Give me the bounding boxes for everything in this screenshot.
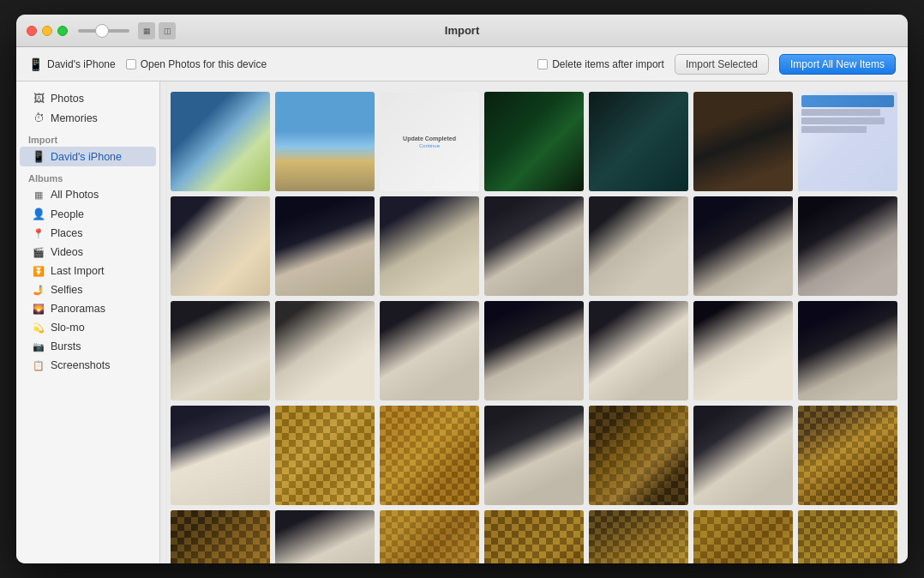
photo-item[interactable] — [171, 406, 270, 505]
minimize-button[interactable] — [42, 26, 52, 36]
sidebar-item-people[interactable]: 👤 People — [20, 204, 156, 224]
photo-grid-container[interactable]: Update Completed Continue — [160, 81, 908, 563]
photo-item[interactable] — [693, 406, 793, 505]
sidebar-item-memories[interactable]: ⏱ Memories — [20, 108, 156, 128]
main-content: 🖼 Photos ⏱ Memories Import 📱 David's iPh… — [16, 81, 908, 563]
slider-track[interactable] — [78, 29, 129, 33]
delete-checkbox[interactable] — [537, 59, 548, 69]
sidebar-item-photos-label: Photos — [51, 93, 84, 105]
photo-item[interactable] — [484, 92, 584, 191]
sidebar-item-bursts-label: Bursts — [51, 340, 81, 352]
delete-text: Delete items after import — [552, 58, 664, 70]
sidebar-item-selfies-label: Selfies — [51, 284, 83, 296]
delete-option[interactable]: Delete items after import — [537, 58, 664, 70]
device-name: David's iPhone — [47, 58, 116, 70]
photo-item[interactable] — [275, 406, 375, 505]
import-section-label: Import — [16, 128, 159, 147]
open-photos-text: Open Photos for this device — [141, 58, 267, 70]
photo-item[interactable] — [484, 510, 584, 563]
sidebar-item-panoramas-label: Panoramas — [51, 303, 105, 315]
sidebar-item-slo-mo[interactable]: 💫 Slo-mo — [20, 318, 156, 337]
panoramas-icon: 🌄 — [32, 304, 45, 315]
photo-grid: Update Completed Continue — [171, 92, 897, 563]
device-icon: 📱 — [28, 57, 43, 71]
photo-item[interactable] — [275, 510, 375, 563]
photos-icon: 🖼 — [32, 92, 45, 105]
traffic-lights — [27, 26, 68, 36]
videos-icon: 🎬 — [32, 247, 45, 258]
sidebar-item-davids-iphone[interactable]: 📱 David's iPhone — [20, 147, 156, 166]
photo-item[interactable] — [798, 510, 897, 563]
photo-item[interactable] — [798, 92, 897, 191]
photo-item[interactable] — [171, 301, 270, 400]
memories-icon: ⏱ — [32, 111, 45, 124]
slo-mo-icon: 💫 — [32, 322, 45, 334]
photo-item[interactable] — [798, 301, 897, 400]
titlebar-grid-icon[interactable]: ▦ — [138, 22, 155, 39]
photo-item[interactable] — [380, 510, 479, 563]
sidebar-item-memories-label: Memories — [51, 112, 98, 124]
open-photos-checkbox[interactable] — [126, 59, 136, 69]
iphone-icon: 📱 — [32, 150, 45, 163]
sidebar-item-panoramas[interactable]: 🌄 Panoramas — [20, 299, 156, 318]
sidebar-item-all-photos-label: All Photos — [51, 189, 99, 201]
titlebar-slider-area: ▦ ◫ — [78, 22, 176, 39]
sidebar-item-people-label: People — [51, 208, 84, 220]
photo-item[interactable]: Update Completed Continue — [380, 92, 479, 191]
sidebar-item-screenshots[interactable]: 📋 Screenshots — [20, 356, 156, 375]
close-button[interactable] — [27, 26, 37, 36]
sidebar-item-all-photos[interactable]: ▦ All Photos — [20, 185, 156, 204]
photo-item[interactable] — [484, 301, 584, 400]
photo-item[interactable] — [484, 406, 584, 505]
photo-item[interactable] — [171, 92, 270, 191]
sidebar-item-videos[interactable]: 🎬 Videos — [20, 243, 156, 262]
sidebar-item-photos[interactable]: 🖼 Photos — [20, 88, 156, 108]
photo-item[interactable] — [693, 196, 793, 296]
photo-item[interactable] — [589, 92, 688, 191]
slider-thumb[interactable] — [95, 24, 109, 38]
sidebar-item-places[interactable]: 📍 Places — [20, 224, 156, 243]
photo-item[interactable] — [275, 301, 375, 400]
sidebar-item-last-import-label: Last Import — [51, 265, 105, 277]
import-selected-button[interactable]: Import Selected — [675, 54, 769, 75]
photo-item[interactable] — [589, 196, 688, 296]
import-all-button[interactable]: Import All New Items — [779, 54, 896, 75]
screenshots-icon: 📋 — [32, 360, 45, 371]
sidebar-item-slo-mo-label: Slo-mo — [51, 322, 85, 334]
sidebar-item-videos-label: Videos — [51, 246, 83, 258]
sidebar-item-selfies[interactable]: 🤳 Selfies — [20, 280, 156, 299]
albums-section-label: Albums — [16, 166, 159, 185]
photo-item[interactable] — [693, 301, 793, 400]
photo-item[interactable] — [798, 196, 897, 296]
people-icon: 👤 — [32, 208, 45, 220]
selfies-icon: 🤳 — [32, 285, 45, 296]
photo-item[interactable] — [589, 406, 688, 505]
photo-item[interactable] — [275, 92, 375, 191]
photo-item[interactable] — [380, 406, 479, 505]
window-title: Import — [445, 24, 479, 37]
maximize-button[interactable] — [57, 26, 68, 36]
photo-item[interactable] — [798, 406, 897, 505]
device-label: 📱 David's iPhone — [28, 57, 116, 71]
photo-item[interactable] — [693, 92, 793, 191]
photo-item[interactable] — [275, 196, 375, 296]
photo-item[interactable] — [484, 196, 584, 296]
toolbar: 📱 David's iPhone Open Photos for this de… — [16, 47, 908, 81]
places-icon: 📍 — [32, 228, 45, 239]
photo-item[interactable] — [380, 301, 479, 400]
photo-item[interactable] — [589, 510, 688, 563]
open-photos-option[interactable]: Open Photos for this device — [126, 58, 267, 70]
photo-item[interactable] — [380, 196, 479, 296]
photo-item[interactable] — [589, 301, 688, 400]
bursts-icon: 📷 — [32, 341, 45, 352]
titlebar-view-icon[interactable]: ◫ — [159, 22, 176, 39]
photo-item[interactable] — [693, 510, 793, 563]
sidebar-item-screenshots-label: Screenshots — [51, 359, 110, 371]
all-photos-icon: ▦ — [32, 190, 45, 201]
main-window: ▦ ◫ Import 📱 David's iPhone Open Photos … — [16, 15, 908, 563]
photo-item[interactable] — [171, 510, 270, 563]
sidebar-item-places-label: Places — [51, 227, 83, 239]
sidebar-item-last-import[interactable]: ⏬ Last Import — [20, 262, 156, 280]
sidebar-item-bursts[interactable]: 📷 Bursts — [20, 337, 156, 356]
photo-item[interactable] — [171, 196, 270, 296]
